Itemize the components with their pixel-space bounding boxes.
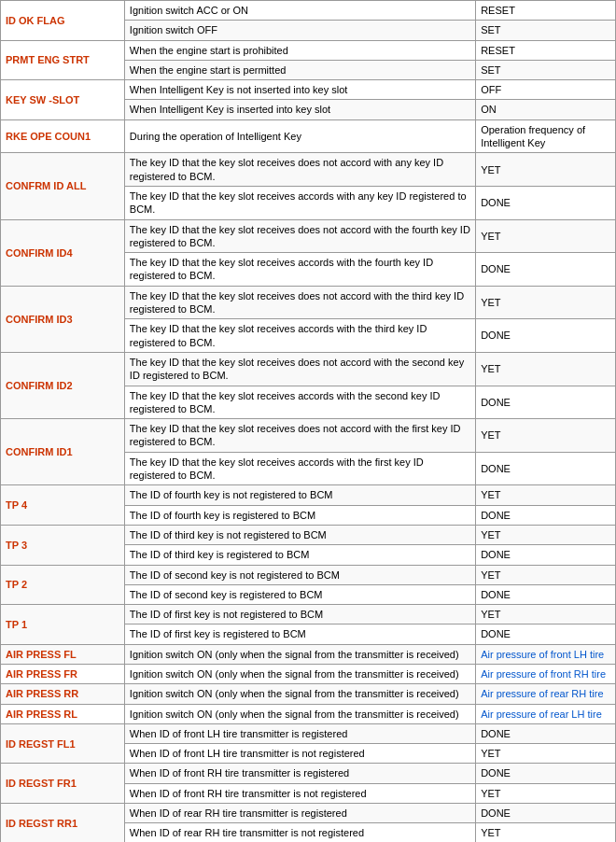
row-label-16: AIR PRESS RL [1, 704, 125, 723]
row-desc-12-0: The ID of first key is not registered to… [124, 605, 475, 624]
row-desc-1-1: When the engine start is permitted [124, 60, 475, 79]
row-desc-8-0: The key ID that the key slot receives do… [124, 419, 475, 453]
row-value-5-1: DONE [476, 253, 616, 287]
row-label-15: AIR PRESS RR [1, 684, 125, 704]
row-desc-10-1: The ID of third key is registered to BCM [124, 545, 475, 565]
row-value-12-0: YET [476, 605, 616, 624]
row-desc-6-1: The key ID that the key slot receives ac… [124, 319, 475, 353]
row-desc-18-1: When ID of front RH tire transmitter is … [124, 783, 475, 803]
row-value-13-0: Air pressure of front LH tire [476, 644, 616, 664]
row-value-18-0: DONE [476, 764, 616, 783]
row-label-2: KEY SW -SLOT [1, 80, 125, 120]
row-value-15-0: Air pressure of rear RH tire [476, 684, 616, 704]
row-value-17-0: DONE [476, 723, 616, 743]
row-label-14: AIR PRESS FR [1, 664, 125, 683]
row-value-17-1: YET [476, 744, 616, 764]
row-value-7-0: YET [476, 352, 616, 386]
row-desc-17-1: When ID of front LH tire transmitter is … [124, 744, 475, 764]
row-desc-0-1: Ignition switch OFF [124, 21, 475, 40]
row-value-3-0: Operation frequency of Intelligent Key [476, 119, 616, 153]
row-desc-14-0: Ignition switch ON (only when the signal… [124, 664, 475, 683]
row-value-4-0: YET [476, 153, 616, 187]
row-value-11-0: YET [476, 565, 616, 584]
row-label-4: CONFRM ID ALL [1, 153, 125, 219]
row-value-9-1: DONE [476, 505, 616, 525]
row-desc-17-0: When ID of front LH tire transmitter is … [124, 723, 475, 743]
row-label-10: TP 3 [1, 525, 125, 565]
row-value-6-0: YET [476, 286, 616, 319]
row-value-11-1: DONE [476, 584, 616, 604]
row-desc-5-1: The key ID that the key slot receives ac… [124, 253, 475, 287]
row-desc-3-0: During the operation of Intelligent Key [124, 119, 475, 153]
row-value-18-1: YET [476, 783, 616, 803]
row-value-10-1: DONE [476, 545, 616, 565]
row-value-9-0: YET [476, 485, 616, 505]
row-desc-2-0: When Intelligent Key is not inserted int… [124, 80, 475, 100]
row-value-0-0: RESET [476, 1, 616, 21]
row-desc-2-1: When Intelligent Key is inserted into ke… [124, 100, 475, 119]
row-label-13: AIR PRESS FL [1, 644, 125, 664]
row-value-5-0: YET [476, 219, 616, 253]
row-desc-12-1: The ID of first key is registered to BCM [124, 624, 475, 644]
row-value-1-0: RESET [476, 40, 616, 60]
row-desc-19-0: When ID of rear RH tire transmitter is r… [124, 804, 475, 823]
row-desc-7-1: The key ID that the key slot receives ac… [124, 386, 475, 419]
row-desc-19-1: When ID of rear RH tire transmitter is n… [124, 823, 475, 842]
row-value-1-1: SET [476, 60, 616, 79]
row-value-2-1: ON [476, 100, 616, 119]
row-desc-1-0: When the engine start is prohibited [124, 40, 475, 60]
row-label-0: ID OK FLAG [1, 1, 125, 41]
row-value-4-1: DONE [476, 186, 616, 219]
row-desc-4-0: The key ID that the key slot receives do… [124, 153, 475, 187]
row-desc-11-1: The ID of second key is registered to BC… [124, 584, 475, 604]
row-label-19: ID REGST RR1 [1, 804, 125, 842]
row-value-14-0: Air pressure of front RH tire [476, 664, 616, 683]
row-label-7: CONFIRM ID2 [1, 352, 125, 418]
row-desc-16-0: Ignition switch ON (only when the signal… [124, 704, 475, 723]
row-value-16-0: Air pressure of rear LH tire [476, 704, 616, 723]
row-desc-9-1: The ID of fourth key is registered to BC… [124, 505, 475, 525]
row-desc-9-0: The ID of fourth key is not registered t… [124, 485, 475, 505]
row-desc-8-1: The key ID that the key slot receives ac… [124, 452, 475, 485]
row-desc-5-0: The key ID that the key slot receives do… [124, 219, 475, 253]
row-label-18: ID REGST FR1 [1, 764, 125, 804]
row-label-12: TP 1 [1, 605, 125, 645]
row-label-6: CONFIRM ID3 [1, 286, 125, 352]
row-desc-10-0: The ID of third key is not registered to… [124, 525, 475, 544]
row-value-2-0: OFF [476, 80, 616, 100]
row-label-11: TP 2 [1, 565, 125, 605]
row-label-8: CONFIRM ID1 [1, 419, 125, 485]
row-desc-18-0: When ID of front RH tire transmitter is … [124, 764, 475, 783]
row-value-0-1: SET [476, 21, 616, 40]
row-label-5: CONFIRM ID4 [1, 219, 125, 286]
row-value-6-1: DONE [476, 319, 616, 353]
row-desc-7-0: The key ID that the key slot receives do… [124, 352, 475, 386]
row-value-7-1: DONE [476, 386, 616, 419]
row-desc-4-1: The key ID that the key slot receives ac… [124, 186, 475, 219]
row-value-10-0: YET [476, 525, 616, 544]
row-label-1: PRMT ENG STRT [1, 40, 125, 80]
row-value-19-1: YET [476, 823, 616, 842]
row-label-3: RKE OPE COUN1 [1, 119, 125, 153]
row-desc-11-0: The ID of second key is not registered t… [124, 565, 475, 584]
row-value-12-1: DONE [476, 624, 616, 644]
row-value-19-0: DONE [476, 804, 616, 823]
row-value-8-1: DONE [476, 452, 616, 485]
row-desc-6-0: The key ID that the key slot receives do… [124, 286, 475, 319]
row-desc-15-0: Ignition switch ON (only when the signal… [124, 684, 475, 704]
row-desc-0-0: Ignition switch ACC or ON [124, 1, 475, 21]
row-label-9: TP 4 [1, 485, 125, 526]
row-label-17: ID REGST FL1 [1, 723, 125, 764]
row-desc-13-0: Ignition switch ON (only when the signal… [124, 644, 475, 664]
row-value-8-0: YET [476, 419, 616, 453]
main-table: ID OK FLAGIgnition switch ACC or ONRESET… [0, 0, 616, 842]
